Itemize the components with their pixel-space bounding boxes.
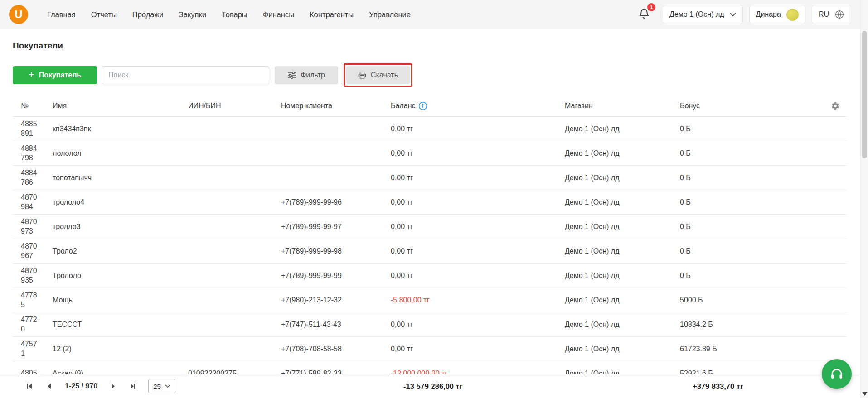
- info-icon[interactable]: [418, 101, 427, 110]
- toolbar: + Покупатель Фильтр: [13, 63, 860, 87]
- cell-store: Демо 1 (Осн) лд: [565, 125, 680, 133]
- cell-bonus: 10834.2 Б: [680, 321, 816, 329]
- cell-balance: -5 800,00 тг: [391, 296, 565, 304]
- language-label: RU: [819, 10, 829, 19]
- page-size-select[interactable]: 25: [148, 379, 175, 393]
- page-range: 1-25 / 970: [65, 382, 97, 390]
- cell-name: кп3434п3пк: [53, 125, 188, 133]
- table-header: № Имя ИИН/БИН Номер клиента Баланс Магаз…: [13, 95, 846, 117]
- cell-store: Демо 1 (Осн) лд: [565, 223, 680, 231]
- cell-store: Демо 1 (Осн) лд: [565, 345, 680, 353]
- customers-table: № Имя ИИН/БИН Номер клиента Баланс Магаз…: [13, 95, 846, 386]
- cell-number: 4870984: [13, 193, 53, 212]
- app-root: U Главная Отчеты Продажи Закупки Товары …: [0, 0, 868, 398]
- nav-item-finance[interactable]: Финансы: [263, 10, 294, 19]
- filter-label: Фильтр: [301, 71, 325, 79]
- table-row[interactable]: 47785 Мощь +7(980)-213-12-32 -5 800,00 т…: [13, 288, 846, 312]
- cell-bonus: 0 Б: [680, 174, 816, 182]
- cell-number: 47785: [13, 291, 53, 310]
- gear-icon: [831, 101, 840, 110]
- nav-item-main[interactable]: Главная: [47, 10, 76, 19]
- globe-icon: [834, 10, 844, 19]
- pagination-bar: 1-25 / 970 25 -13 579 286,00 тг +379 833…: [0, 374, 860, 398]
- cell-phone: +7(747)-511-43-43: [281, 321, 391, 329]
- table-row[interactable]: 47720 ТЕСССТ +7(747)-511-43-43 0,00 тг Д…: [13, 312, 846, 337]
- filter-icon: [288, 72, 296, 79]
- column-header-name: Имя: [53, 102, 188, 110]
- table-row[interactable]: 4870967 Троло2 +7(789)-999-99-98 0,00 тг…: [13, 239, 846, 264]
- scrollbar[interactable]: [860, 0, 868, 398]
- pager: 1-25 / 970 25: [25, 379, 175, 393]
- table-row[interactable]: 47571 12 (2) +7(708)-708-58-58 0,00 тг Д…: [13, 337, 846, 361]
- scroll-down-arrow-icon[interactable]: [862, 392, 868, 396]
- cell-balance: 0,00 тг: [391, 223, 565, 231]
- table-settings-button[interactable]: [816, 101, 846, 110]
- avatar: [786, 9, 799, 21]
- cell-name: трололо4: [53, 198, 188, 206]
- notifications-button[interactable]: 1: [636, 6, 652, 23]
- cell-store: Демо 1 (Осн) лд: [565, 247, 680, 255]
- cell-bonus: 0 Б: [680, 247, 816, 255]
- nav-item-purchases[interactable]: Закупки: [179, 10, 206, 19]
- column-header-balance: Баланс: [391, 101, 565, 110]
- cell-bonus: 0 Б: [680, 272, 816, 280]
- cell-bonus: 0 Б: [680, 198, 816, 206]
- next-page-icon: [109, 383, 116, 390]
- table-row[interactable]: 4870935 Трололо +7(789)-999-99-99 0,00 т…: [13, 264, 846, 288]
- table-row[interactable]: 4884786 топотапычч 0,00 тг Демо 1 (Осн) …: [13, 166, 846, 190]
- app-logo[interactable]: U: [9, 5, 28, 24]
- cell-number: 4884798: [13, 144, 53, 163]
- download-label: Скачать: [371, 71, 398, 79]
- prev-page-button[interactable]: [45, 382, 54, 391]
- language-selector[interactable]: RU: [812, 5, 851, 24]
- headset-icon: [829, 367, 844, 381]
- cell-balance: 0,00 тг: [391, 321, 565, 329]
- search-input[interactable]: [102, 66, 269, 84]
- nav-item-counterparties[interactable]: Контрагенты: [310, 10, 354, 19]
- cell-balance: 0,00 тг: [391, 272, 565, 280]
- nav-item-sales[interactable]: Продажи: [132, 10, 164, 19]
- chevron-down-icon: [730, 13, 736, 17]
- support-button[interactable]: [822, 359, 852, 389]
- cell-name: Троло2: [53, 247, 188, 255]
- download-button[interactable]: Скачать: [346, 66, 410, 84]
- annotation-highlight: Скачать: [344, 63, 412, 87]
- total-balance: -13 579 286,00 тг: [403, 382, 463, 391]
- column-header-store: Магазин: [565, 102, 680, 110]
- nav-item-reports[interactable]: Отчеты: [91, 10, 117, 19]
- table-row[interactable]: 4870984 трололо4 +7(789)-999-99-96 0,00 …: [13, 190, 846, 215]
- notification-badge: 1: [647, 3, 655, 11]
- table-row[interactable]: 4870973 тролло3 +7(789)-999-99-97 0,00 т…: [13, 215, 846, 239]
- cell-phone: +7(789)-999-99-97: [281, 223, 391, 231]
- page-size-value: 25: [153, 383, 161, 390]
- last-page-button[interactable]: [128, 382, 137, 391]
- cell-store: Демо 1 (Осн) лд: [565, 174, 680, 182]
- user-menu[interactable]: Динара: [749, 5, 805, 24]
- first-page-button[interactable]: [25, 382, 34, 391]
- cell-name: тролло3: [53, 223, 188, 231]
- next-page-button[interactable]: [108, 382, 117, 391]
- table-row[interactable]: 4885891 кп3434п3пк 0,00 тг Демо 1 (Осн) …: [13, 117, 846, 141]
- filter-button[interactable]: Фильтр: [275, 66, 338, 84]
- cell-phone: +7(980)-213-12-32: [281, 296, 391, 304]
- topbar-controls: 1 Демо 1 (Осн) лд Динара RU: [636, 5, 851, 24]
- cell-number: 47571: [13, 340, 53, 359]
- nav-item-management[interactable]: Управление: [369, 10, 411, 19]
- page-title: Покупатели: [13, 41, 860, 51]
- table-row[interactable]: 4884798 лололол 0,00 тг Демо 1 (Осн) лд …: [13, 141, 846, 166]
- plus-icon: +: [29, 70, 34, 80]
- cell-balance: 0,00 тг: [391, 149, 565, 158]
- column-header-phone: Номер клиента: [281, 102, 391, 110]
- cell-name: ТЕСССТ: [53, 321, 188, 329]
- nav-item-goods[interactable]: Товары: [222, 10, 247, 19]
- prev-page-icon: [46, 383, 53, 390]
- store-selector-label: Демо 1 (Осн) лд: [669, 10, 724, 19]
- scrollbar-thumb[interactable]: [862, 31, 867, 158]
- last-page-icon: [129, 383, 136, 390]
- cell-bonus: 0 Б: [680, 149, 816, 158]
- store-selector[interactable]: Демо 1 (Осн) лд: [663, 5, 742, 24]
- cell-bonus: 61723.89 Б: [680, 345, 816, 353]
- cell-name: Мощь: [53, 296, 188, 304]
- add-customer-button[interactable]: + Покупатель: [13, 66, 97, 84]
- cell-phone: +7(789)-999-99-99: [281, 272, 391, 280]
